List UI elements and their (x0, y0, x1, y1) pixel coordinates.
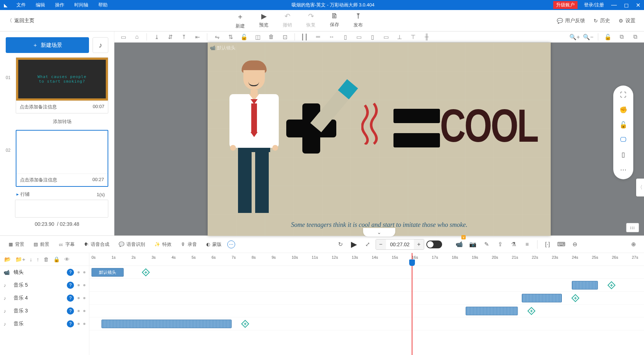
fx-button[interactable]: ✨特效 (151, 239, 175, 250)
delete-icon[interactable]: 🗑 (266, 31, 277, 42)
playhead-grip[interactable] (409, 259, 415, 266)
music-button[interactable]: ♪ (93, 37, 108, 53)
feedback-button[interactable]: 💬用户反馈 (557, 18, 585, 24)
canvas[interactable]: 📹 默认镜头 COOL Some teenagers think it is c… (208, 43, 551, 236)
unlock-icon[interactable]: 🔓 (603, 31, 613, 42)
side-collapse-button[interactable]: 〈 (636, 179, 644, 196)
align-bottom-icon[interactable]: ⤓ (151, 31, 162, 42)
spacing-icon[interactable]: ↔ (326, 31, 337, 42)
up-icon[interactable]: ↑ (36, 256, 39, 262)
lock-icon[interactable]: 🔓 (239, 31, 249, 42)
track-shot[interactable]: 默认镜头 (89, 266, 644, 279)
camera-button[interactable]: 📹v (454, 239, 465, 250)
audio-clip[interactable] (466, 307, 518, 315)
align7-icon[interactable]: ╫ (421, 31, 432, 42)
help-icon[interactable]: ? (67, 295, 74, 302)
paste-icon[interactable]: ⧉ (630, 31, 640, 42)
filter-icon[interactable]: ⚗ (508, 239, 519, 250)
help-icon[interactable]: ? (67, 320, 74, 327)
folder-add-icon[interactable]: 📁+ (15, 256, 25, 263)
asr-button[interactable]: 💬语音识别 (115, 239, 149, 250)
close-button[interactable]: ✕ (632, 2, 644, 9)
help-icon[interactable]: ? (67, 307, 74, 315)
keyboard-icon[interactable]: ⌨ (555, 239, 567, 250)
menu-edit[interactable]: 编辑 (31, 2, 50, 8)
scene-note[interactable]: 点击添加备注信息 (20, 177, 57, 183)
track-header-music[interactable]: ♪音乐? (0, 317, 89, 330)
help-icon[interactable]: ? (67, 282, 74, 289)
dist-v-icon[interactable]: ═ (313, 31, 323, 42)
add-keyframe-button[interactable] (527, 307, 535, 315)
menu-timeline[interactable]: 时间轴 (69, 2, 93, 8)
caption-text[interactable]: Some teenagers think it is cool and star… (208, 221, 551, 229)
zoom-out-icon[interactable]: 🔍− (583, 31, 594, 42)
add-keyframe-button[interactable] (571, 294, 580, 302)
more-round-icon[interactable]: ⋯ (227, 240, 235, 248)
add-transition-button[interactable]: 添加转场 (6, 116, 108, 130)
align2-icon[interactable]: ▭ (353, 31, 364, 42)
lock2-icon[interactable]: 🔓 (619, 121, 627, 129)
dropdown-tab[interactable]: ⌄ (363, 228, 395, 237)
align-left-icon[interactable]: ⇤ (192, 31, 203, 42)
lock3-icon[interactable]: 🔒 (53, 256, 60, 263)
minus-circle-icon[interactable]: ⊖ (569, 239, 580, 250)
play-button[interactable]: ▶ (348, 239, 360, 250)
align-top-icon[interactable]: ⤒ (178, 31, 189, 42)
hand-icon[interactable]: ✊ (619, 106, 627, 114)
trash-icon[interactable]: 🗑 (44, 256, 49, 262)
menu-file[interactable]: 文件 (11, 2, 31, 8)
settings-button[interactable]: ⚙设置 (619, 18, 635, 24)
more-icon[interactable]: ⋯ (620, 166, 626, 174)
track-header-music3[interactable]: ♪音乐 3? (0, 305, 89, 317)
audio-clip[interactable] (101, 320, 232, 328)
shot-clip[interactable]: 默认镜头 (91, 268, 124, 277)
empty-slot[interactable] (15, 200, 108, 218)
equals-graphic[interactable] (393, 109, 440, 148)
rewind-icon[interactable]: ↻ (335, 239, 346, 250)
eye-icon[interactable]: 👁 (64, 256, 70, 262)
mobile-icon[interactable]: ▯ (621, 151, 625, 159)
expand-icon[interactable]: ⤢ (362, 239, 373, 250)
time-minus-button[interactable]: − (376, 239, 386, 249)
publish-button[interactable]: ⤒发布 (353, 12, 363, 29)
align1-icon[interactable]: ▯ (340, 31, 351, 42)
maximize-button[interactable]: ◻ (620, 2, 632, 9)
dist-h-icon[interactable]: ┃┃ (299, 31, 310, 42)
export-icon[interactable]: ⇪ (494, 239, 506, 250)
track-music4[interactable] (89, 292, 644, 305)
cc-button[interactable]: ::: (626, 223, 639, 232)
layer-icon[interactable]: ▭ (118, 31, 129, 42)
history-button[interactable]: ↻历史 (594, 18, 610, 24)
scene-thumb[interactable]: What causes people to start smoking? (16, 58, 108, 101)
smoke-graphic[interactable] (361, 102, 379, 145)
new-scene-button[interactable]: ＋新建场景 (6, 37, 89, 53)
slider-icon[interactable]: ≡ (521, 239, 533, 250)
audio-clip[interactable] (522, 294, 562, 302)
track-header-music4[interactable]: ♪音乐 4? (0, 292, 89, 305)
menu-action[interactable]: 操作 (50, 2, 69, 8)
track-music[interactable] (89, 317, 644, 330)
crop-icon[interactable]: ◫ (252, 31, 263, 42)
mask-button[interactable]: ◐蒙版 (203, 239, 225, 250)
zoom-in-icon[interactable]: 🔍+ (569, 31, 580, 42)
back-home-button[interactable]: 〈 返回主页 (0, 18, 41, 24)
add-track-icon[interactable]: ⊕ (628, 239, 639, 250)
flip-v-icon[interactable]: ⇅ (225, 31, 236, 42)
align3-icon[interactable]: ▯ (367, 31, 378, 42)
ruler[interactable]: 0s1s2s3s4s5s6s7s8s9s10s11s12s13s14s15s16… (89, 253, 644, 266)
track-header-shot[interactable]: 📹镜头? (0, 266, 89, 279)
login-button[interactable]: 登录/注册 (580, 2, 608, 8)
cool-text[interactable]: COOL (440, 99, 538, 153)
add-keyframe-button[interactable] (241, 320, 249, 328)
copy-icon[interactable]: ⧉ (616, 31, 627, 42)
subtitle-button[interactable]: ㏄字幕 (55, 239, 78, 250)
record-button[interactable]: 🎙录音 (177, 239, 200, 250)
center-icon[interactable]: ⊡ (279, 31, 290, 42)
action-row[interactable]: ▸行辅1(s) (6, 189, 108, 200)
undo-button[interactable]: ↶撤销 (283, 12, 292, 29)
time-plus-button[interactable]: + (414, 239, 424, 249)
upgrade-button[interactable]: 升级账户 (553, 1, 578, 9)
menu-help[interactable]: 帮助 (93, 2, 113, 8)
scene-item-02[interactable]: 02 ✚ § = COOL 点击添加备注信息00:27 (6, 130, 108, 187)
folder-open-icon[interactable]: 📂 (4, 256, 11, 263)
